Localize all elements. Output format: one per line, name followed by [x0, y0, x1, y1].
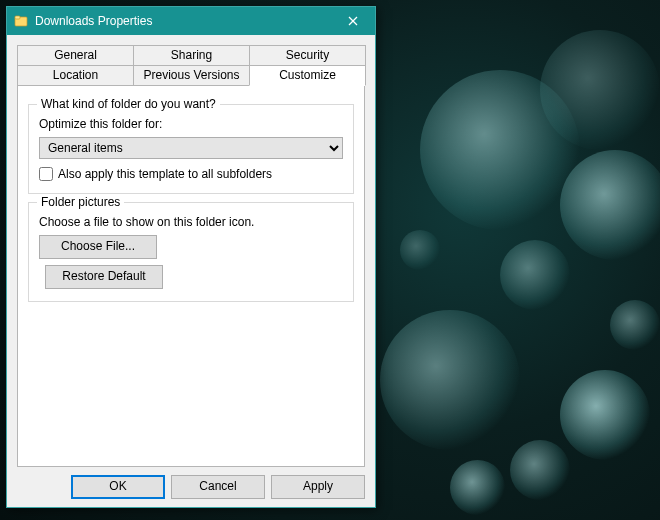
apply-subfolders-label: Also apply this template to all subfolde… [58, 167, 272, 181]
tab-location[interactable]: Location [17, 65, 134, 86]
tab-customize[interactable]: Customize [249, 65, 366, 86]
apply-subfolders-row[interactable]: Also apply this template to all subfolde… [39, 167, 343, 181]
svg-rect-1 [15, 16, 20, 19]
restore-default-button[interactable]: Restore Default [45, 265, 163, 289]
dialog-button-row: OK Cancel Apply [17, 467, 365, 499]
choose-file-button[interactable]: Choose File... [39, 235, 157, 259]
tab-page-customize: What kind of folder do you want? Optimiz… [17, 85, 365, 467]
tab-general[interactable]: General [17, 45, 134, 66]
group-folder-kind: What kind of folder do you want? Optimiz… [28, 104, 354, 194]
group-folder-kind-legend: What kind of folder do you want? [37, 97, 220, 111]
close-icon [348, 16, 358, 26]
cancel-button[interactable]: Cancel [171, 475, 265, 499]
window-title: Downloads Properties [35, 14, 331, 28]
tab-strip: General Sharing Security Location Previo… [17, 45, 365, 86]
tab-sharing[interactable]: Sharing [133, 45, 250, 66]
close-button[interactable] [331, 7, 375, 35]
folder-pictures-desc: Choose a file to show on this folder ico… [39, 215, 343, 229]
properties-dialog: Downloads Properties General Sharing Sec… [6, 6, 376, 508]
tab-previous-versions[interactable]: Previous Versions [133, 65, 250, 86]
folder-icon [13, 13, 29, 29]
dialog-client: General Sharing Security Location Previo… [7, 35, 375, 507]
optimize-label: Optimize this folder for: [39, 117, 343, 131]
apply-button[interactable]: Apply [271, 475, 365, 499]
group-folder-pictures-legend: Folder pictures [37, 195, 124, 209]
titlebar[interactable]: Downloads Properties [7, 7, 375, 35]
ok-button[interactable]: OK [71, 475, 165, 499]
optimize-combo[interactable]: General items [39, 137, 343, 159]
tab-security[interactable]: Security [249, 45, 366, 66]
apply-subfolders-checkbox[interactable] [39, 167, 53, 181]
group-folder-pictures: Folder pictures Choose a file to show on… [28, 202, 354, 302]
